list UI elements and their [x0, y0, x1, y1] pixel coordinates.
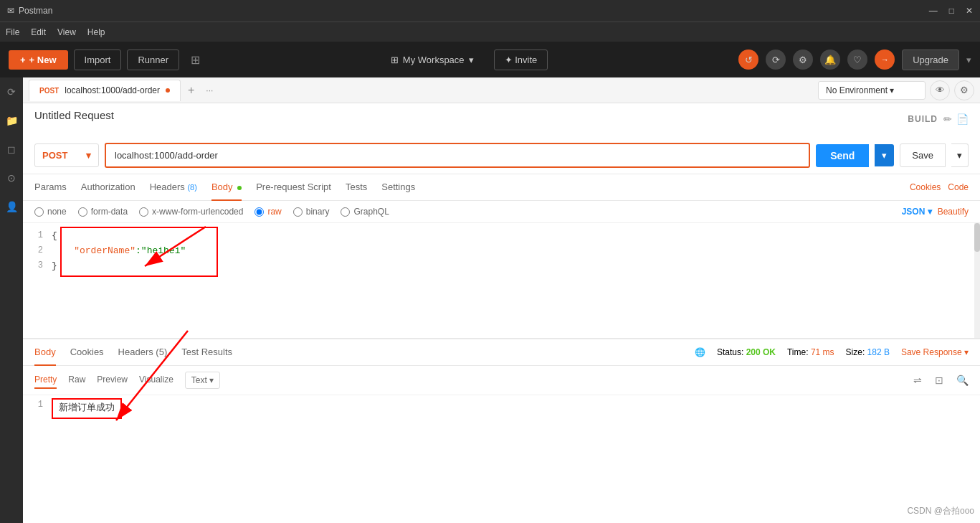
code-editor[interactable]: 1 { 2 "orderName" :"heihei" 3 } [23, 223, 980, 338]
resp-tab-body[interactable]: Body [34, 339, 56, 366]
save-dropdown-button[interactable]: ▾ [951, 143, 969, 167]
raw-option[interactable]: raw [254, 207, 281, 217]
response-view-tabs: Pretty Raw Preview Visualize Text ▾ ⇌ ⊡ … [23, 366, 980, 395]
send-dropdown-button[interactable]: ▾ [875, 144, 894, 166]
response-line-1: 1 新增订单成功 [23, 398, 980, 419]
method-select[interactable]: POST ▾ [34, 143, 99, 167]
tab-tests[interactable]: Tests [346, 174, 367, 201]
method-label: POST [42, 150, 67, 161]
env-eye-icon[interactable]: 👁 [930, 80, 950, 100]
menu-file[interactable]: File [6, 27, 19, 37]
resp-tab-cookies[interactable]: Cookies [70, 339, 104, 366]
upgrade-button[interactable]: Upgrade [902, 50, 959, 70]
req-tabs-right: Cookies Code [910, 182, 969, 192]
tab-authorization[interactable]: Authorization [81, 174, 135, 201]
add-tab-button[interactable]: + [184, 84, 199, 97]
method-chevron-icon: ▾ [86, 150, 91, 161]
workspace-center: ⊞ My Workspace ▾ ✦ Invite [206, 50, 733, 70]
graphql-option[interactable]: GraphQL [341, 207, 389, 217]
sidebar-team-icon[interactable]: 👤 [3, 198, 20, 215]
upgrade-chevron-icon[interactable]: ▾ [966, 55, 971, 65]
notification-icon[interactable]: 🔔 [820, 50, 840, 70]
urlencoded-option[interactable]: x-www-form-urlencoded [139, 207, 243, 217]
tab-params[interactable]: Params [34, 174, 67, 201]
new-button[interactable]: + + New [9, 50, 68, 70]
env-settings-icon[interactable]: ⚙ [954, 80, 974, 100]
response-tabs-bar: Body Cookies Headers (5) Test Results 🌐 … [23, 339, 980, 366]
maximize-button[interactable]: □ [949, 6, 954, 16]
settings-icon[interactable]: ⚙ [793, 50, 813, 70]
code-link[interactable]: Code [948, 182, 969, 192]
resp-preview-tab[interactable]: Preview [97, 372, 128, 389]
layout-icon: ⊞ [191, 53, 200, 67]
format-select[interactable]: JSON ▾ [902, 207, 932, 217]
environment-select[interactable]: No Environment ▾ [818, 81, 926, 100]
app-title: Postman [19, 6, 52, 16]
save-response-button[interactable]: Save Response ▾ [901, 347, 969, 357]
globe-icon: 🌐 [695, 347, 705, 357]
beautify-button[interactable]: Beautify [938, 207, 969, 217]
workspace-chevron-icon[interactable]: ▾ [469, 55, 474, 65]
sidebar-history-icon[interactable]: ⟳ [3, 83, 20, 100]
history-icon[interactable]: ⟳ [766, 50, 786, 70]
tab-prerequest[interactable]: Pre-request Script [256, 174, 331, 201]
time-label: Time: 71 ms [787, 347, 834, 357]
resp-tab-test-results[interactable]: Test Results [181, 339, 232, 366]
window-controls[interactable]: — □ ✕ [929, 6, 973, 16]
copy-icon[interactable]: ⊡ [935, 374, 943, 386]
toolbar: + + New Import Runner ⊞ ⊞ My Workspace ▾… [0, 42, 980, 77]
import-button[interactable]: Import [74, 50, 122, 70]
body-options: none form-data x-www-form-urlencoded raw… [23, 201, 980, 223]
text-format-label: Text [191, 375, 207, 385]
resp-raw-tab[interactable]: Raw [68, 372, 85, 389]
sidebar-env-icon[interactable]: ⊙ [3, 169, 20, 187]
build-edit-icon[interactable]: ✏ [943, 113, 952, 125]
text-format-dropdown[interactable]: Text ▾ [185, 372, 220, 389]
resp-tab-headers[interactable]: Headers (5) [118, 339, 168, 366]
resp-pretty-tab[interactable]: Pretty [34, 372, 57, 389]
more-tabs-button[interactable]: ··· [201, 85, 217, 95]
body-options-right: JSON ▾ Beautify [902, 207, 969, 217]
title-bar-left: ✉ Postman [7, 6, 52, 16]
request-url-bar: POST ▾ Send ▾ Save ▾ [34, 143, 969, 168]
none-option[interactable]: none [34, 207, 67, 217]
build-link[interactable]: BUILD [908, 114, 938, 124]
form-data-option[interactable]: form-data [78, 207, 128, 217]
new-label: + New [29, 55, 57, 65]
cookies-link[interactable]: Cookies [910, 182, 941, 192]
sidebar-collection-icon[interactable]: 📁 [3, 112, 20, 129]
refresh-icon[interactable]: ↺ [738, 50, 758, 70]
workspace-grid-icon: ⊞ [391, 55, 399, 65]
wrap-icon[interactable]: ⇌ [913, 374, 922, 386]
send-button[interactable]: Send [816, 144, 869, 167]
env-chevron-icon: ▾ [890, 85, 894, 95]
url-input[interactable] [105, 143, 810, 168]
tab-headers[interactable]: Headers (8) [150, 174, 197, 201]
response-status: 🌐 Status: 200 OK Time: 71 ms Size: 182 B… [695, 347, 969, 357]
tab-settings[interactable]: Settings [381, 174, 415, 201]
menu-edit[interactable]: Edit [31, 27, 46, 37]
user-avatar[interactable]: → [875, 50, 895, 70]
menu-view[interactable]: View [57, 27, 76, 37]
postman-icon: ✉ [7, 6, 14, 16]
heart-icon[interactable]: ♡ [847, 50, 867, 70]
minimize-button[interactable]: — [929, 6, 938, 16]
close-button[interactable]: ✕ [966, 6, 973, 16]
watermark: CSDN @合拍ooo [907, 505, 974, 517]
invite-button[interactable]: ✦ Invite [494, 50, 548, 70]
menu-help[interactable]: Help [87, 27, 105, 37]
sidebar: ⟳ 📁 ◻ ⊙ 👤 [0, 77, 23, 523]
runner-button[interactable]: Runner [127, 50, 179, 70]
build-doc-icon[interactable]: 📄 [956, 113, 969, 125]
toolbar-right: ↺ ⟳ ⚙ 🔔 ♡ → Upgrade ▾ [738, 50, 971, 70]
save-button[interactable]: Save [900, 143, 946, 167]
sidebar-api-icon[interactable]: ◻ [3, 141, 20, 158]
workspace-label[interactable]: My Workspace [403, 55, 465, 65]
resp-visualize-tab[interactable]: Visualize [139, 372, 173, 389]
search-icon[interactable]: 🔍 [956, 374, 969, 386]
binary-option[interactable]: binary [293, 207, 330, 217]
tab-body[interactable]: Body [211, 174, 242, 201]
size-label: Size: 182 B [846, 347, 890, 357]
request-tab[interactable]: POST localhost:1000/add-order [29, 80, 181, 101]
editor-scrollbar[interactable] [974, 223, 980, 338]
